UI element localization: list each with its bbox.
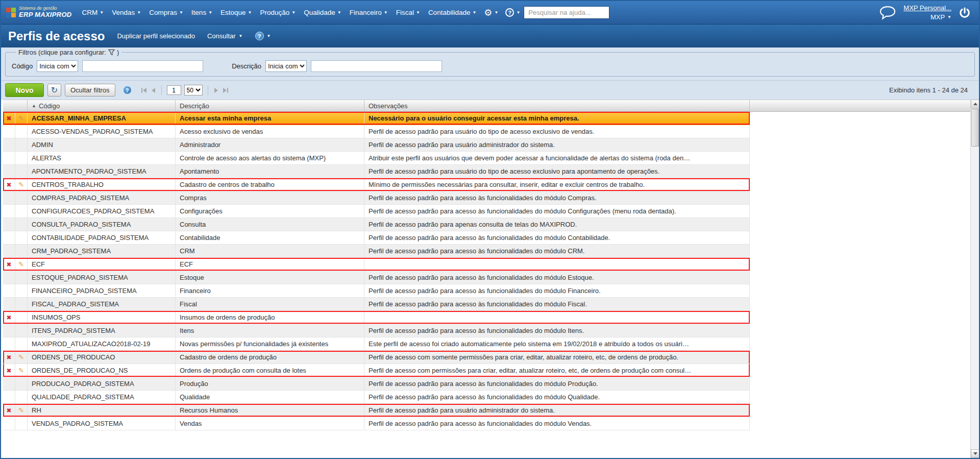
- table-row[interactable]: ACESSO-VENDAS_PADRAO_SISTEMAAcesso exclu…: [3, 125, 750, 138]
- menu-item-contabilidade[interactable]: Contabilidade▼: [424, 1, 480, 24]
- help-icon: ?: [255, 32, 264, 40]
- scroll-down-button[interactable]: [971, 449, 979, 458]
- delete-icon[interactable]: ✖: [6, 314, 11, 321]
- chevron-down-icon: ▼: [137, 10, 141, 15]
- refresh-button[interactable]: ↻: [47, 84, 61, 96]
- menu-item-label: Contabilidade: [428, 9, 471, 16]
- delete-icon[interactable]: ✖: [6, 261, 11, 268]
- vertical-scrollbar[interactable]: [970, 100, 979, 458]
- table-row[interactable]: ✖INSUMOS_OPSInsumos de ordens de produçã…: [3, 311, 750, 324]
- delete-icon[interactable]: ✖: [6, 354, 11, 361]
- header-observacoes[interactable]: Observações: [364, 100, 750, 111]
- duplicate-profile-button[interactable]: Duplicar perfil selecionado: [117, 32, 194, 40]
- edit-icon[interactable]: ✎: [18, 353, 24, 361]
- menu-item-financeiro[interactable]: Financeiro▼: [346, 1, 392, 24]
- edit-icon[interactable]: ✎: [18, 114, 24, 122]
- chat-bubble-icon[interactable]: [879, 6, 896, 20]
- help-menu[interactable]: ? ▼: [502, 8, 524, 17]
- delete-icon[interactable]: ✖: [6, 407, 11, 414]
- scrollbar-thumb[interactable]: [971, 109, 979, 147]
- title-bar: Perfis de acesso Duplicar perfil selecio…: [1, 24, 979, 47]
- table-row[interactable]: CRM_PADRAO_SISTEMACRMPerfil de acesso pa…: [3, 245, 750, 258]
- table-row[interactable]: ✖✎ECFECF: [3, 258, 750, 271]
- table-row[interactable]: CONSULTA_PADRAO_SISTEMAConsultaPerfil de…: [3, 218, 750, 231]
- table-row[interactable]: ✖✎ORDENS_DE_PRODUCAOCadastro de ordens d…: [3, 351, 750, 364]
- settings-menu[interactable]: ⚙ ▼: [480, 8, 502, 17]
- chevron-down-icon: ▼: [179, 10, 183, 15]
- table-row[interactable]: CONFIGURACOES_PADRAO_SISTEMAConfiguraçõe…: [3, 205, 750, 218]
- cell-descricao: Vendas: [176, 417, 364, 430]
- table-row[interactable]: CONTABILIDADE_PADRAO_SISTEMAContabilidad…: [3, 231, 750, 245]
- header-codigo[interactable]: ▲ Código: [28, 100, 176, 111]
- toolbar-help-icon[interactable]: ?: [123, 86, 132, 94]
- table-row[interactable]: APONTAMENTO_PADRAO_SISTEMAApontamentoPer…: [3, 165, 750, 178]
- table-row[interactable]: ITENS_PADRAO_SISTEMAItensPerfil de acess…: [3, 324, 750, 337]
- edit-icon[interactable]: ✎: [18, 181, 24, 188]
- table-row[interactable]: VENDAS_PADRAO_SISTEMAVendasPerfil de ace…: [3, 417, 750, 430]
- items-count-label: Exibindo itens 1 - 24 de 24: [889, 86, 975, 94]
- first-page-button[interactable]: [140, 87, 148, 94]
- help-search-input[interactable]: [524, 6, 609, 19]
- cell-codigo: APONTAMENTO_PADRAO_SISTEMA: [28, 165, 176, 178]
- table-row[interactable]: ✖✎ACESSAR_MINHA_EMPRESAAcessar esta minh…: [3, 112, 750, 125]
- menu-item-crm[interactable]: CRM▼: [78, 1, 108, 24]
- account-user-link[interactable]: MXP Personal...: [903, 4, 951, 12]
- new-button[interactable]: Novo: [5, 83, 44, 97]
- cell-descricao: Controle de acesso aos alertas do sistem…: [176, 152, 364, 164]
- cell-descricao: Novas permissões p/ funcionalidades já e…: [176, 337, 364, 350]
- cell-descricao: Compras: [176, 191, 364, 204]
- table-row[interactable]: ✖✎RHRecursos HumanosPerfil de acesso pad…: [3, 404, 750, 417]
- cell-observacoes: Perfil de acesso padrão para acesso às f…: [364, 417, 750, 430]
- descricao-operator-select[interactable]: Inicia com: [265, 60, 307, 72]
- cell-descricao: Configurações: [176, 205, 364, 218]
- table-row[interactable]: COMPRAS_PADRAO_SISTEMAComprasPerfil de a…: [3, 191, 750, 205]
- table-header: ▲ Código Descrição Observações: [3, 100, 970, 112]
- menu-item-fiscal[interactable]: Fiscal▼: [392, 1, 424, 24]
- menu-item-label: Financeiro: [350, 9, 382, 16]
- codigo-operator-select[interactable]: Inicia com: [37, 60, 78, 72]
- cell-codigo: ORDENS_DE_PRODUCAO_NS: [28, 364, 176, 377]
- table-row[interactable]: FINANCEIRO_PADRAO_SISTEMAFinanceiroPerfi…: [3, 284, 750, 298]
- menu-item-qualidade[interactable]: Qualidade▼: [300, 1, 345, 24]
- table-row[interactable]: ✖✎CENTROS_TRABALHOCadastro de centros de…: [3, 178, 750, 191]
- table-row[interactable]: QUALIDADE_PADRAO_SISTEMAQualidadePerfil …: [3, 391, 750, 404]
- table-row[interactable]: ADMINAdministradorPerfil de acesso padrã…: [3, 138, 750, 152]
- consult-dropdown[interactable]: Consultar ▼: [207, 32, 243, 40]
- cell-descricao: Cadastro de ordens de produção: [176, 351, 364, 364]
- menu-item-estoque[interactable]: Estoque▼: [216, 1, 256, 24]
- menu-item-compras[interactable]: Compras▼: [145, 1, 187, 24]
- descricao-filter-input[interactable]: [311, 60, 442, 72]
- table-row[interactable]: ✖✎ORDENS_DE_PRODUCAO_NSOrdens de produçã…: [3, 364, 750, 377]
- edit-icon[interactable]: ✎: [18, 260, 24, 268]
- edit-icon[interactable]: ✎: [18, 367, 24, 374]
- next-page-button[interactable]: [213, 87, 219, 94]
- cell-observacoes: Perfil de acesso padrão para acesso às f…: [364, 245, 750, 257]
- filters-legend[interactable]: Filtros (clique para configurar: ): [16, 49, 121, 56]
- page-size-select[interactable]: 50: [184, 85, 203, 95]
- cell-descricao: Contabilidade: [176, 231, 364, 244]
- edit-icon[interactable]: ✎: [18, 406, 24, 414]
- table-row[interactable]: ESTOQUE_PADRAO_SISTEMAEstoquePerfil de a…: [3, 271, 750, 284]
- table-row[interactable]: FISCAL_PADRAO_SISTEMAFiscalPerfil de ace…: [3, 298, 750, 311]
- table-row[interactable]: MAXIPROD_ATUALIZACAO2018-02-19Novas perm…: [3, 337, 750, 351]
- logout-button[interactable]: [959, 7, 971, 19]
- hide-filters-button[interactable]: Ocultar filtros: [65, 84, 115, 96]
- table-row[interactable]: PRODUCAO_PADRAO_SISTEMAProduçãoPerfil de…: [3, 377, 750, 391]
- menu-item-vendas[interactable]: Vendas▼: [108, 1, 145, 24]
- prev-page-button[interactable]: [151, 87, 156, 94]
- company-selector[interactable]: MXP ▼: [930, 13, 951, 21]
- menu-item-itens[interactable]: Itens▼: [187, 1, 216, 24]
- delete-icon[interactable]: ✖: [6, 367, 11, 374]
- table-row[interactable]: ALERTASControle de acesso aos alertas do…: [3, 152, 750, 165]
- maxiprod-logo[interactable]: Sistema de gestão ERP MAXIPROD: [6, 6, 72, 18]
- menu-item-producao[interactable]: Produção▼: [256, 1, 300, 24]
- header-descricao[interactable]: Descrição: [176, 100, 364, 111]
- title-help-dropdown[interactable]: ? ▼: [255, 32, 271, 40]
- delete-icon[interactable]: ✖: [6, 115, 11, 122]
- delete-icon[interactable]: ✖: [6, 181, 11, 188]
- last-page-button[interactable]: [222, 87, 229, 94]
- scroll-up-button[interactable]: [971, 100, 979, 108]
- cell-descricao: Estoque: [176, 271, 364, 284]
- page-number-input[interactable]: [167, 85, 181, 95]
- codigo-filter-input[interactable]: [82, 60, 203, 72]
